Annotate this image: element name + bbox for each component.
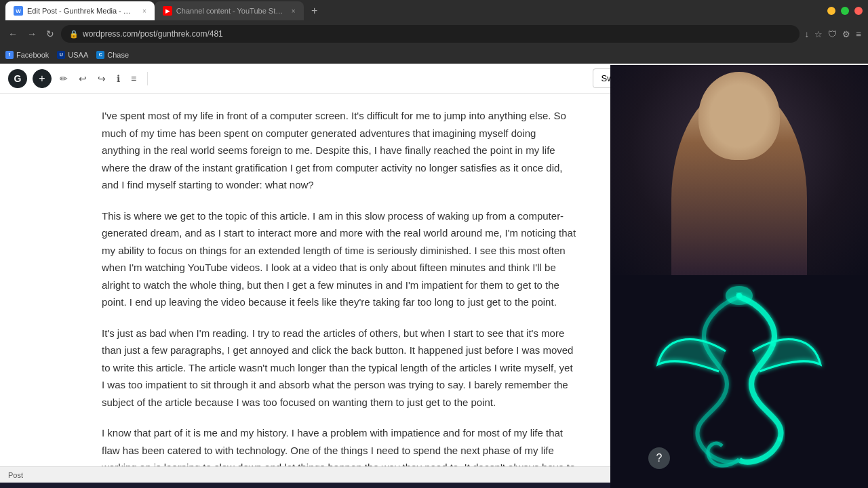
bookmark-usaa[interactable]: U USAA [57, 51, 88, 59]
tab-label-2: Channel content - YouTube Studio [176, 7, 285, 15]
reload-button[interactable]: ↻ [43, 27, 57, 41]
wp-logo: G [8, 69, 27, 88]
usaa-icon: U [57, 51, 65, 59]
extensions-icon[interactable]: ⚙ [841, 28, 852, 41]
svg-point-1 [736, 293, 742, 298]
editor-content[interactable]: I've spent most of my life in front of a… [0, 94, 678, 466]
details-button[interactable]: ℹ [114, 70, 123, 87]
back-button[interactable]: ← [5, 27, 20, 41]
tab-active[interactable]: W Edit Post - Gunthrek Media - W... × [5, 1, 155, 20]
menu-icon[interactable]: ≡ [854, 28, 863, 41]
forward-button[interactable]: → [24, 27, 39, 41]
tab-bar: W Edit Post - Gunthrek Media - W... × ▶ … [5, 0, 323, 22]
svg-point-2 [771, 342, 775, 346]
facebook-icon: f [5, 51, 14, 59]
bookmarks-icon[interactable]: ☆ [813, 28, 824, 41]
edit-icon[interactable]: ✏ [57, 70, 71, 87]
tab-close-2[interactable]: × [292, 7, 296, 15]
person-head [698, 72, 780, 160]
toolbar-separator [147, 72, 148, 85]
close-button[interactable] [854, 7, 863, 15]
chase-icon: C [96, 51, 104, 59]
tab-close-1[interactable]: × [142, 7, 146, 15]
webcam-feed [610, 65, 868, 275]
browser-chrome: W Edit Post - Gunthrek Media - W... × ▶ … [0, 0, 868, 64]
redo-button[interactable]: ↪ [95, 70, 108, 87]
paragraph-2: This is where we get to the topic of thi… [102, 207, 576, 311]
paragraph-4: I know that part of it is me and my hist… [102, 424, 576, 466]
downloads-icon[interactable]: ↓ [804, 28, 811, 41]
svg-point-3 [778, 437, 782, 441]
paragraph-3: It's just as bad when I'm reading. I try… [102, 325, 576, 411]
undo-button[interactable]: ↩ [76, 70, 90, 87]
editor-text-area: I've spent most of my life in front of a… [102, 107, 576, 466]
tab-favicon-2: ▶ [163, 6, 172, 16]
status-bar-text: Post [8, 471, 23, 479]
shield-icon[interactable]: 🛡 [827, 28, 838, 41]
address-text: wordpress.com/post/gunthrek.com/481 [83, 29, 223, 39]
maximize-button[interactable] [841, 7, 849, 15]
tab-label-1: Edit Post - Gunthrek Media - W... [27, 7, 136, 15]
list-view-button[interactable]: ≡ [128, 70, 139, 87]
tab-inactive[interactable]: ▶ Channel content - YouTube Studio × [155, 1, 304, 20]
video-overlay [610, 65, 868, 488]
addressbar-row: ← → ↻ 🔒 wordpress.com/post/gunthrek.com/… [0, 22, 868, 46]
titlebar: W Edit Post - Gunthrek Media - W... × ▶ … [0, 0, 868, 22]
add-block-button[interactable]: + [33, 69, 52, 88]
bookmark-facebook[interactable]: f Facebook [5, 51, 49, 59]
bookmarks-bar: f Facebook U USAA C Chase [0, 46, 868, 64]
browser-toolbar-icons: ↓ ☆ 🛡 ⚙ ≡ [804, 28, 863, 41]
bookmark-chase[interactable]: C Chase [96, 51, 129, 59]
minimize-button[interactable] [827, 7, 835, 15]
tab-favicon-1: W [14, 6, 23, 16]
help-button[interactable]: ? [648, 447, 670, 469]
address-input[interactable]: 🔒 wordpress.com/post/gunthrek.com/481 [61, 25, 800, 43]
window-controls [827, 7, 863, 15]
new-tab-button[interactable]: + [307, 3, 323, 19]
paragraph-1: I've spent most of my life in front of a… [102, 107, 576, 194]
